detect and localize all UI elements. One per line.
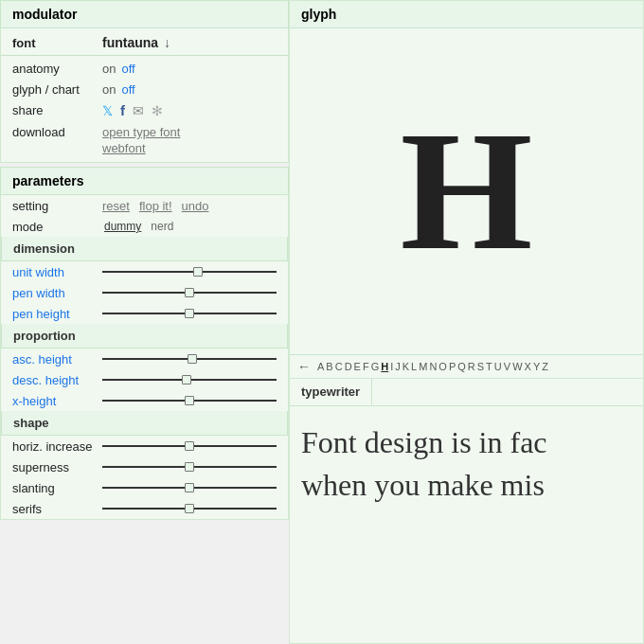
alphabet-letter-h[interactable]: H [380, 361, 389, 372]
font-arrow[interactable]: ↓ [164, 35, 170, 50]
setting-row: setting reset flop it! undo [1, 195, 288, 216]
pen-height-slider[interactable] [102, 313, 277, 314]
parameters-title: parameters [12, 173, 84, 188]
superness-label: superness [12, 460, 102, 474]
alphabet-letter-v[interactable]: V [503, 361, 511, 372]
shape-title: shape [13, 416, 49, 430]
typewriter-line2: when you make mis [301, 464, 632, 507]
x-height-slider[interactable] [102, 400, 277, 402]
download-controls: open type font webfont [102, 125, 277, 155]
share-row: share 𝕏 f ✉ ✻ [1, 99, 288, 121]
horiz-increase-label: horiz. increase [12, 439, 102, 454]
asc-height-label: asc. height [12, 352, 102, 367]
horiz-increase-slider[interactable] [102, 445, 277, 447]
alphabet-letter-g[interactable]: G [370, 361, 381, 372]
proportion-title: proportion [13, 329, 76, 343]
alphabet-letter-x[interactable]: X [524, 361, 532, 372]
alphabet-letter-m[interactable]: M [418, 361, 428, 372]
alphabet-letter-q[interactable]: Q [456, 361, 467, 372]
font-name: funtauna [102, 35, 158, 50]
open-type-link[interactable]: open type font [102, 125, 180, 139]
slanting-slider[interactable] [102, 487, 277, 489]
alphabet-letter-k[interactable]: K [402, 361, 410, 372]
alphabet-letter-p[interactable]: P [448, 361, 456, 372]
horiz-increase-slider-container [102, 438, 277, 454]
pen-width-row: pen width [1, 282, 288, 303]
alphabet-letter-n[interactable]: N [428, 361, 438, 372]
slanting-slider-container [102, 480, 277, 495]
alphabet-letter-r[interactable]: R [467, 361, 476, 372]
right-panel: glyph H ← ABCDEFGHIJKLMNOPQRSTUVWXYZ typ… [289, 0, 644, 644]
share-label: share [12, 103, 102, 117]
anatomy-on[interactable]: on [102, 62, 116, 76]
alphabet-letter-b[interactable]: B [325, 361, 333, 372]
alphabet-letter-w[interactable]: W [511, 361, 523, 372]
glyph-header: glyph [290, 1, 643, 28]
x-height-slider-container [102, 393, 277, 408]
anatomy-controls: on off [102, 62, 277, 76]
superness-row: superness [1, 456, 288, 477]
typewriter-content: Font design is in fac when you make mis [290, 406, 643, 522]
alphabet-letter-z[interactable]: Z [541, 361, 549, 372]
alphabet-letter-c[interactable]: C [334, 361, 344, 372]
alphabet-letter-y[interactable]: Y [532, 361, 541, 372]
typewriter-tab[interactable]: typewriter [290, 379, 372, 405]
superness-slider[interactable] [102, 466, 277, 468]
unit-width-row: unit width [1, 261, 288, 282]
alphabet-letter-l[interactable]: L [410, 361, 418, 372]
prev-glyph-arrow[interactable]: ← [297, 359, 311, 374]
webfont-link[interactable]: webfont [102, 141, 146, 155]
anatomy-off[interactable]: off [121, 62, 134, 76]
glyph-chart-off[interactable]: off [121, 82, 134, 97]
pen-width-slider[interactable] [102, 292, 277, 294]
alphabet-letter-d[interactable]: D [344, 361, 353, 372]
glyph-display: H [290, 28, 643, 354]
glyph-chart-on[interactable]: on [102, 82, 116, 97]
alphabet-letter-u[interactable]: U [493, 361, 503, 372]
modulator-title: modulator [12, 7, 77, 22]
undo-link[interactable]: undo [182, 199, 209, 213]
alphabet-letter-e[interactable]: E [353, 361, 362, 372]
nerd-mode-btn[interactable]: nerd [149, 220, 175, 233]
proportion-header: proportion [1, 324, 288, 349]
pen-height-slider-container [102, 306, 277, 321]
flop-link[interactable]: flop it! [139, 199, 172, 213]
font-value-container: funtauna ↓ [102, 35, 277, 50]
desc-height-slider[interactable] [102, 379, 277, 381]
alphabet-letter-t[interactable]: T [485, 361, 493, 372]
glyph-title: glyph [301, 7, 336, 22]
mail-icon[interactable]: ✉ [133, 103, 144, 118]
mode-row: mode dummy nerd [1, 216, 288, 237]
slanting-row: slanting [1, 477, 288, 498]
shape-header: shape [1, 411, 288, 436]
unit-width-slider-container [102, 264, 277, 279]
glyph-chart-label: glyph / chart [12, 82, 102, 97]
asc-height-slider[interactable] [102, 358, 277, 360]
parameters-header: parameters [0, 167, 289, 195]
glyph-chart-controls: on off [102, 82, 277, 97]
unit-width-slider[interactable] [102, 271, 277, 273]
glyph-chart-row: glyph / chart on off [1, 79, 288, 99]
setting-controls: reset flop it! undo [102, 199, 277, 213]
pen-height-label: pen height [12, 307, 102, 321]
asc-height-row: asc. height [1, 349, 288, 369]
dummy-mode-btn[interactable]: dummy [102, 220, 143, 233]
alphabet-letter-f[interactable]: F [362, 361, 370, 372]
left-panel: modulator font funtauna ↓ anatomy on off… [0, 0, 289, 644]
facebook-icon[interactable]: f [120, 102, 125, 118]
reset-link[interactable]: reset [102, 199, 130, 213]
alphabet-letter-j[interactable]: J [394, 361, 402, 372]
serifs-slider[interactable] [102, 508, 277, 510]
mode-label: mode [12, 220, 102, 234]
alphabet-letter-o[interactable]: O [438, 361, 448, 372]
star-icon[interactable]: ✻ [152, 103, 163, 118]
mode-controls: dummy nerd [102, 220, 277, 233]
share-controls: 𝕏 f ✉ ✻ [102, 102, 277, 118]
alphabet-letter-s[interactable]: S [476, 361, 485, 372]
alphabet-letter-a[interactable]: A [316, 361, 325, 372]
pen-width-label: pen width [12, 286, 102, 300]
glyph-char[interactable]: H [400, 106, 532, 277]
desc-height-slider-container [102, 372, 277, 387]
alphabet-bar: ← ABCDEFGHIJKLMNOPQRSTUVWXYZ [290, 354, 643, 378]
twitter-icon[interactable]: 𝕏 [102, 103, 113, 118]
